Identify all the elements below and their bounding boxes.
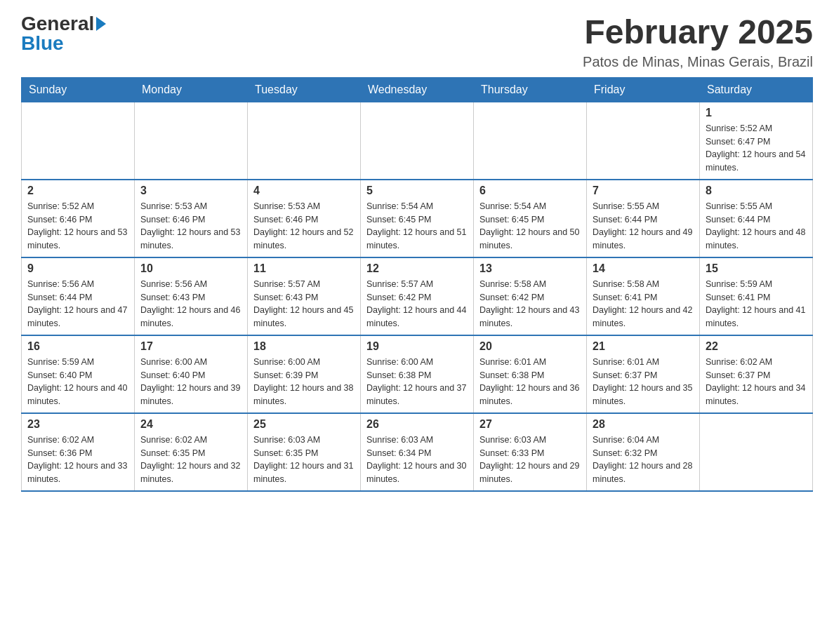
location-subtitle: Patos de Minas, Minas Gerais, Brazil bbox=[583, 54, 813, 70]
day-info: Sunrise: 6:02 AMSunset: 6:36 PMDaylight:… bbox=[27, 434, 128, 486]
calendar-cell: 16Sunrise: 5:59 AMSunset: 6:40 PMDayligh… bbox=[22, 335, 135, 413]
day-info: Sunrise: 5:53 AMSunset: 6:46 PMDaylight:… bbox=[140, 200, 241, 253]
weekday-header-saturday: Saturday bbox=[700, 77, 813, 102]
calendar-cell: 15Sunrise: 5:59 AMSunset: 6:41 PMDayligh… bbox=[700, 257, 813, 335]
day-number: 26 bbox=[366, 418, 468, 431]
day-number: 18 bbox=[253, 340, 355, 353]
calendar-week-2: 2Sunrise: 5:52 AMSunset: 6:46 PMDaylight… bbox=[22, 180, 813, 257]
calendar-cell: 1Sunrise: 5:52 AMSunset: 6:47 PMDaylight… bbox=[700, 102, 813, 180]
day-number: 19 bbox=[366, 340, 468, 353]
day-number: 15 bbox=[706, 262, 807, 275]
calendar-cell bbox=[361, 102, 474, 180]
day-info: Sunrise: 6:01 AMSunset: 6:38 PMDaylight:… bbox=[479, 356, 581, 408]
calendar-cell: 4Sunrise: 5:53 AMSunset: 6:46 PMDaylight… bbox=[248, 180, 361, 257]
day-info: Sunrise: 6:02 AMSunset: 6:35 PMDaylight:… bbox=[140, 434, 241, 486]
day-info: Sunrise: 5:52 AMSunset: 6:46 PMDaylight:… bbox=[27, 200, 128, 253]
calendar-cell bbox=[474, 102, 587, 180]
day-info: Sunrise: 5:56 AMSunset: 6:44 PMDaylight:… bbox=[27, 278, 128, 330]
weekday-header-friday: Friday bbox=[587, 77, 700, 102]
day-number: 11 bbox=[253, 262, 355, 275]
day-info: Sunrise: 5:52 AMSunset: 6:47 PMDaylight:… bbox=[706, 122, 807, 175]
weekday-header-tuesday: Tuesday bbox=[248, 77, 361, 102]
calendar-cell: 26Sunrise: 6:03 AMSunset: 6:34 PMDayligh… bbox=[361, 413, 474, 491]
day-info: Sunrise: 6:03 AMSunset: 6:34 PMDaylight:… bbox=[366, 434, 468, 486]
weekday-header-monday: Monday bbox=[135, 77, 248, 102]
day-number: 4 bbox=[253, 185, 355, 197]
day-number: 8 bbox=[706, 185, 807, 197]
day-number: 20 bbox=[479, 340, 581, 353]
calendar-cell: 19Sunrise: 6:00 AMSunset: 6:38 PMDayligh… bbox=[361, 335, 474, 413]
calendar-cell: 9Sunrise: 5:56 AMSunset: 6:44 PMDaylight… bbox=[22, 257, 135, 335]
day-number: 14 bbox=[593, 262, 694, 275]
logo-arrow-icon bbox=[96, 17, 106, 31]
day-info: Sunrise: 5:59 AMSunset: 6:41 PMDaylight:… bbox=[706, 278, 807, 330]
calendar-cell: 13Sunrise: 5:58 AMSunset: 6:42 PMDayligh… bbox=[474, 257, 587, 335]
day-number: 2 bbox=[27, 185, 128, 197]
calendar-cell: 17Sunrise: 6:00 AMSunset: 6:40 PMDayligh… bbox=[135, 335, 248, 413]
calendar-table: SundayMondayTuesdayWednesdayThursdayFrid… bbox=[21, 77, 813, 492]
calendar-cell: 27Sunrise: 6:03 AMSunset: 6:33 PMDayligh… bbox=[474, 413, 587, 491]
calendar-cell bbox=[135, 102, 248, 180]
weekday-header-wednesday: Wednesday bbox=[361, 77, 474, 102]
calendar-week-1: 1Sunrise: 5:52 AMSunset: 6:47 PMDaylight… bbox=[22, 102, 813, 180]
day-info: Sunrise: 6:03 AMSunset: 6:35 PMDaylight:… bbox=[253, 434, 355, 486]
calendar-cell: 18Sunrise: 6:00 AMSunset: 6:39 PMDayligh… bbox=[248, 335, 361, 413]
calendar-cell: 3Sunrise: 5:53 AMSunset: 6:46 PMDaylight… bbox=[135, 180, 248, 257]
calendar-cell: 11Sunrise: 5:57 AMSunset: 6:43 PMDayligh… bbox=[248, 257, 361, 335]
day-info: Sunrise: 6:03 AMSunset: 6:33 PMDaylight:… bbox=[479, 434, 581, 486]
day-info: Sunrise: 6:00 AMSunset: 6:38 PMDaylight:… bbox=[366, 356, 468, 408]
calendar-cell: 6Sunrise: 5:54 AMSunset: 6:45 PMDaylight… bbox=[474, 180, 587, 257]
day-number: 17 bbox=[140, 340, 241, 353]
weekday-header-thursday: Thursday bbox=[474, 77, 587, 102]
calendar-cell bbox=[22, 102, 135, 180]
calendar-cell: 25Sunrise: 6:03 AMSunset: 6:35 PMDayligh… bbox=[248, 413, 361, 491]
day-number: 21 bbox=[593, 340, 694, 353]
day-number: 24 bbox=[140, 418, 241, 431]
day-info: Sunrise: 5:53 AMSunset: 6:46 PMDaylight:… bbox=[253, 200, 355, 253]
day-info: Sunrise: 5:56 AMSunset: 6:43 PMDaylight:… bbox=[140, 278, 241, 330]
calendar-header-row: SundayMondayTuesdayWednesdayThursdayFrid… bbox=[22, 77, 813, 102]
day-info: Sunrise: 5:58 AMSunset: 6:41 PMDaylight:… bbox=[593, 278, 694, 330]
day-number: 3 bbox=[140, 185, 241, 197]
day-number: 1 bbox=[706, 107, 807, 119]
day-number: 7 bbox=[593, 185, 694, 197]
logo-general-text: General bbox=[21, 14, 94, 34]
calendar-cell: 7Sunrise: 5:55 AMSunset: 6:44 PMDaylight… bbox=[587, 180, 700, 257]
logo: General Blue bbox=[21, 14, 106, 53]
day-number: 12 bbox=[366, 262, 468, 275]
day-info: Sunrise: 5:55 AMSunset: 6:44 PMDaylight:… bbox=[706, 200, 807, 253]
calendar-cell: 12Sunrise: 5:57 AMSunset: 6:42 PMDayligh… bbox=[361, 257, 474, 335]
day-info: Sunrise: 6:00 AMSunset: 6:40 PMDaylight:… bbox=[140, 356, 241, 408]
day-number: 16 bbox=[27, 340, 128, 353]
calendar-cell: 20Sunrise: 6:01 AMSunset: 6:38 PMDayligh… bbox=[474, 335, 587, 413]
day-number: 22 bbox=[706, 340, 807, 353]
day-info: Sunrise: 6:00 AMSunset: 6:39 PMDaylight:… bbox=[253, 356, 355, 408]
day-number: 23 bbox=[27, 418, 128, 431]
calendar-cell: 5Sunrise: 5:54 AMSunset: 6:45 PMDaylight… bbox=[361, 180, 474, 257]
title-block: February 2025 Patos de Minas, Minas Gera… bbox=[583, 14, 813, 70]
day-info: Sunrise: 6:01 AMSunset: 6:37 PMDaylight:… bbox=[593, 356, 694, 408]
day-info: Sunrise: 6:04 AMSunset: 6:32 PMDaylight:… bbox=[593, 434, 694, 486]
calendar-cell: 21Sunrise: 6:01 AMSunset: 6:37 PMDayligh… bbox=[587, 335, 700, 413]
day-number: 9 bbox=[27, 262, 128, 275]
calendar-cell: 8Sunrise: 5:55 AMSunset: 6:44 PMDaylight… bbox=[700, 180, 813, 257]
day-number: 28 bbox=[593, 418, 694, 431]
calendar-cell bbox=[700, 413, 813, 491]
day-info: Sunrise: 5:57 AMSunset: 6:42 PMDaylight:… bbox=[366, 278, 468, 330]
calendar-week-5: 23Sunrise: 6:02 AMSunset: 6:36 PMDayligh… bbox=[22, 413, 813, 491]
weekday-header-sunday: Sunday bbox=[22, 77, 135, 102]
day-info: Sunrise: 6:02 AMSunset: 6:37 PMDaylight:… bbox=[706, 356, 807, 408]
day-info: Sunrise: 5:54 AMSunset: 6:45 PMDaylight:… bbox=[479, 200, 581, 253]
day-info: Sunrise: 5:58 AMSunset: 6:42 PMDaylight:… bbox=[479, 278, 581, 330]
day-number: 27 bbox=[479, 418, 581, 431]
calendar-week-4: 16Sunrise: 5:59 AMSunset: 6:40 PMDayligh… bbox=[22, 335, 813, 413]
calendar-cell: 28Sunrise: 6:04 AMSunset: 6:32 PMDayligh… bbox=[587, 413, 700, 491]
day-number: 13 bbox=[479, 262, 581, 275]
day-number: 25 bbox=[253, 418, 355, 431]
day-info: Sunrise: 5:59 AMSunset: 6:40 PMDaylight:… bbox=[27, 356, 128, 408]
calendar-cell: 14Sunrise: 5:58 AMSunset: 6:41 PMDayligh… bbox=[587, 257, 700, 335]
calendar-cell: 22Sunrise: 6:02 AMSunset: 6:37 PMDayligh… bbox=[700, 335, 813, 413]
page-header: General Blue February 2025 Patos de Mina… bbox=[21, 14, 813, 70]
calendar-cell: 2Sunrise: 5:52 AMSunset: 6:46 PMDaylight… bbox=[22, 180, 135, 257]
calendar-cell bbox=[587, 102, 700, 180]
